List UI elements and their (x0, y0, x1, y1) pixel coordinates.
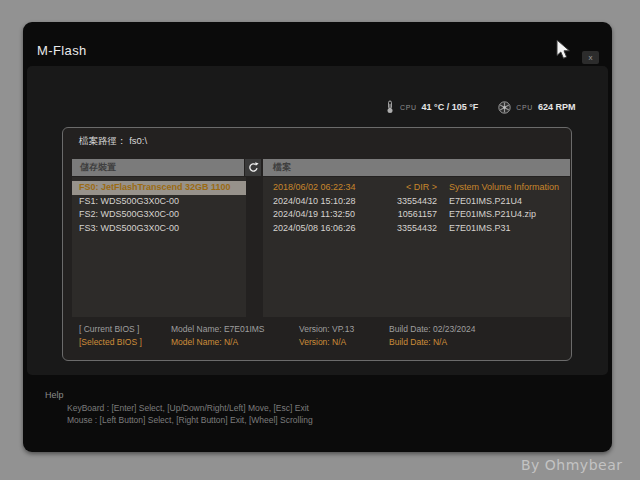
file-row[interactable]: 2024/04/19 11:32:50 10561157 E7E01IMS.P2… (263, 208, 570, 222)
file-name: System Volume Information (449, 181, 570, 195)
file-date: 2024/05/08 16:06:26 (273, 222, 373, 236)
selected-bios-version: Version: N/A (299, 337, 389, 347)
storage-device-list: FS0: JetFlashTranscend 32GB 1100 FS1: WD… (72, 177, 246, 317)
file-name: E7E01IMS.P21U4.zip (449, 208, 570, 222)
file-path-label: 檔案路徑： fs0:\ (79, 135, 147, 148)
file-size: 33554432 (385, 195, 437, 209)
current-bios-info: [ Current BIOS ] Model Name: E7E01IMS Ve… (79, 324, 475, 334)
m-flash-window: M-Flash x CPU 41 °C / 105 °F (23, 22, 612, 452)
watermark-text: By Ohmybear (521, 457, 623, 473)
file-date: 2024/04/10 15:10:28 (273, 195, 373, 209)
file-list: 2018/06/02 06:22:34 < DIR > System Volum… (263, 177, 570, 317)
file-date: 2018/06/02 06:22:34 (273, 181, 373, 195)
selected-bios-build-date: Build Date: N/A (389, 337, 447, 347)
storage-device-row[interactable]: FS2: WDS500G3X0C-00 (72, 208, 246, 222)
file-size: 33554432 (385, 222, 437, 236)
file-row[interactable]: 2024/05/08 16:06:26 33554432 E7E01IMS.P3… (263, 222, 570, 236)
file-size: 10561157 (385, 208, 437, 222)
refresh-button[interactable] (245, 159, 261, 176)
file-size: < DIR > (385, 181, 437, 195)
help-mouse-line: Mouse : [Left Button] Select, [Right But… (67, 415, 313, 425)
cpu-temp-value: 41 °C / 105 °F (422, 102, 479, 112)
thermometer-icon (385, 100, 395, 114)
cpu-fan-label: CPU (516, 104, 533, 111)
cpu-fan-value: 624 RPM (538, 102, 576, 112)
file-row[interactable]: 2024/04/10 15:10:28 33554432 E7E01IMS.P2… (263, 195, 570, 209)
hardware-status-bar: CPU 41 °C / 105 °F CPU (385, 99, 575, 115)
cpu-temp-label: CPU (400, 104, 417, 111)
current-bios-label: [ Current BIOS ] (79, 324, 171, 334)
files-header: 檔案 (263, 159, 570, 176)
help-title: Help (45, 390, 64, 400)
content-panel: CPU 41 °C / 105 °F CPU (27, 66, 608, 375)
current-bios-build-date: Build Date: 02/23/2024 (389, 324, 475, 334)
desktop-background: M-Flash x CPU 41 °C / 105 °F (0, 0, 640, 480)
file-name: E7E01IMS.P21U4 (449, 195, 570, 209)
storage-device-row[interactable]: FS3: WDS500G3X0C-00 (72, 222, 246, 236)
file-name: E7E01IMS.P31 (449, 222, 570, 236)
arrow-cursor-icon (556, 39, 574, 61)
window-title: M-Flash (37, 43, 87, 58)
current-bios-model: Model Name: E7E01IMS (171, 324, 299, 334)
current-bios-version: Version: VP.13 (299, 324, 389, 334)
storage-device-row[interactable]: FS0: JetFlashTranscend 32GB 1100 (72, 181, 246, 195)
refresh-icon (248, 162, 259, 173)
fan-icon (498, 101, 511, 114)
selected-bios-info: [Selected BIOS ] Model Name: N/A Version… (79, 337, 447, 347)
file-date: 2024/04/19 11:32:50 (273, 208, 373, 222)
storage-device-row[interactable]: FS1: WDS500G3X0C-00 (72, 195, 246, 209)
selected-bios-label: [Selected BIOS ] (79, 337, 171, 347)
close-button[interactable]: x (582, 51, 599, 64)
selected-bios-model: Model Name: N/A (171, 337, 299, 347)
help-keyboard-line: KeyBoard : [Enter] Select, [Up/Down/Righ… (67, 403, 309, 413)
file-browser-box: 檔案路徑： fs0:\ 儲存裝置 檔案 FS0: JetFlashTransce… (62, 127, 572, 361)
file-row[interactable]: 2018/06/02 06:22:34 < DIR > System Volum… (263, 181, 570, 195)
storage-devices-header: 儲存裝置 (72, 159, 244, 176)
